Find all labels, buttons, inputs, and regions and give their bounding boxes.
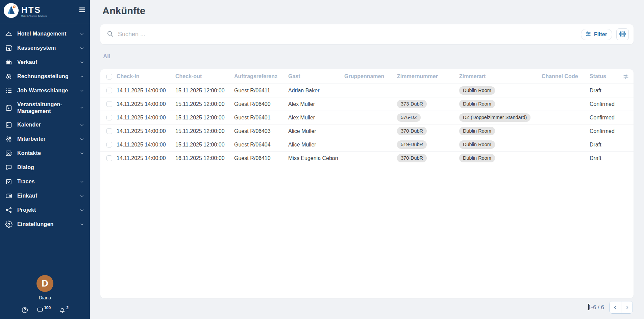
chevron-down-icon xyxy=(79,31,84,37)
table-row[interactable]: 14.11.2025 14:00:00 15.11.2025 12:00:00 … xyxy=(100,124,634,138)
sidebar-item-dialog[interactable]: Dialog xyxy=(0,160,90,175)
hamburger-menu-icon[interactable] xyxy=(78,6,86,15)
next-page-button[interactable] xyxy=(621,301,633,313)
room-number-badge: 519-DubR xyxy=(397,140,427,149)
sidebar-item-einkauf[interactable]: Einkauf xyxy=(0,189,90,203)
column-header-channel-code[interactable]: Channel Code xyxy=(542,73,590,79)
sidebar-item-job-warteschlange[interactable]: Job-Warteschlange xyxy=(0,84,90,98)
cell-room-type: Dublin Room xyxy=(459,154,542,162)
sidebar-item-mitarbeiter[interactable]: Mitarbeiter xyxy=(0,132,90,146)
filter-button-label: Filter xyxy=(594,31,607,38)
cell-check-out: 15.11.2025 12:00:00 xyxy=(175,142,234,148)
room-type-badge: Dublin Room xyxy=(459,127,495,135)
column-header-zimmerart[interactable]: Zimmerart xyxy=(459,73,542,79)
avatar[interactable]: D xyxy=(36,275,53,292)
arrivals-table: Check-in Check-out Auftragsreferenz Gast… xyxy=(100,69,634,298)
room-number-badge: 373-DubR xyxy=(397,100,427,108)
app-logo[interactable]: HTS Hotel & Tourism Solutions xyxy=(3,3,47,20)
column-header-auftragsreferenz[interactable]: Auftragsreferenz xyxy=(234,73,288,79)
search-bar: Filter xyxy=(100,24,634,44)
table-row[interactable]: 14.11.2025 14:00:00 15.11.2025 12:00:00 … xyxy=(100,111,634,124)
cell-status: Confirmed xyxy=(590,101,619,107)
search-icon xyxy=(106,30,114,39)
main-content: Ankünfte Filter All xyxy=(90,0,644,319)
chevron-down-icon xyxy=(79,60,84,65)
table-row[interactable]: 14.11.2025 14:00:00 15.11.2025 12:00:00 … xyxy=(100,97,634,111)
table-row[interactable]: 14.11.2025 14:00:00 15.11.2025 12:00:00 … xyxy=(100,84,634,97)
sidebar-item-einstellungen[interactable]: Einstellungen xyxy=(0,217,90,231)
sidebar-item-kalender[interactable]: Kalender xyxy=(0,118,90,132)
list-settings-button[interactable] xyxy=(616,28,629,40)
chevron-down-icon xyxy=(79,74,84,79)
cell-guest: Adrian Baker xyxy=(288,88,344,94)
calendar-icon xyxy=(5,121,13,129)
chevron-down-icon xyxy=(79,88,84,93)
previous-page-button[interactable] xyxy=(610,301,621,313)
sidebar-item-verkauf[interactable]: Verkauf xyxy=(0,55,90,69)
column-header-status[interactable]: Status xyxy=(590,73,619,79)
cell-guest: Alice Muller xyxy=(288,142,344,148)
cell-room-type: Dublin Room xyxy=(459,127,542,135)
row-checkbox[interactable] xyxy=(106,88,112,93)
cell-reference: Guest R/06401 xyxy=(234,115,288,121)
table-header-row: Check-in Check-out Auftragsreferenz Gast… xyxy=(100,69,634,84)
table-row[interactable]: 14.11.2025 14:00:00 16.11.2025 12:00:00 … xyxy=(100,152,634,165)
sidebar-item-label: Veranstaltungen-Management xyxy=(17,101,75,114)
column-header-zimmernummer[interactable]: Zimmernummer xyxy=(397,73,459,79)
cell-reference: Guest R/06404 xyxy=(234,142,288,148)
cell-check-out: 15.11.2025 12:00:00 xyxy=(175,88,234,94)
cell-check-in: 14.11.2025 14:00:00 xyxy=(117,115,175,121)
contact-card-icon xyxy=(5,150,13,157)
filter-button[interactable]: Filter xyxy=(581,29,612,40)
room-type-badge: Dublin Room xyxy=(459,100,495,108)
row-checkbox[interactable] xyxy=(106,115,112,120)
row-checkbox[interactable] xyxy=(106,101,112,107)
cell-check-out: 16.11.2025 12:00:00 xyxy=(175,155,234,161)
sidebar-item-label: Job-Warteschlange xyxy=(17,87,75,94)
cell-room-number: 576-DZ xyxy=(397,113,459,122)
table-row[interactable]: 14.11.2025 14:00:00 15.11.2025 12:00:00 … xyxy=(100,138,634,152)
search-input[interactable] xyxy=(118,31,577,38)
gear-icon xyxy=(5,221,13,228)
sidebar-item-kassensystem[interactable]: Kassensystem xyxy=(0,41,90,55)
cell-check-in: 14.11.2025 14:00:00 xyxy=(117,88,175,94)
row-checkbox[interactable] xyxy=(106,142,112,147)
cell-check-in: 14.11.2025 14:00:00 xyxy=(117,128,175,134)
cell-reference: Guest R/06403 xyxy=(234,128,288,134)
sidebar-item-hotel-management[interactable]: Hotel Management xyxy=(0,27,90,41)
column-settings-icon[interactable] xyxy=(619,73,634,80)
select-all-checkbox[interactable] xyxy=(106,74,112,79)
list-icon xyxy=(5,87,13,94)
column-header-gruppennamen[interactable]: Gruppennamen xyxy=(344,73,397,79)
sidebar-item-label: Projekt xyxy=(17,207,75,213)
filter-sliders-icon xyxy=(585,31,591,38)
bell-icon[interactable]: 2 xyxy=(59,306,69,314)
cell-status: Draft xyxy=(590,155,619,161)
sidebar-item-label: Kassensystem xyxy=(17,45,75,51)
sidebar-item-label: Traces xyxy=(17,178,75,185)
cell-check-out: 15.11.2025 12:00:00 xyxy=(175,115,234,121)
money-bag-icon xyxy=(5,73,13,80)
tab-all[interactable]: All xyxy=(103,53,110,60)
sidebar-item-projekt[interactable]: Projekt xyxy=(0,203,90,217)
column-header-check-in[interactable]: Check-in xyxy=(117,73,175,79)
column-header-check-out[interactable]: Check-out xyxy=(175,73,234,79)
sidebar-item-veranstaltungen-management[interactable]: Veranstaltungen-Management xyxy=(0,98,90,118)
chevron-down-icon xyxy=(79,193,84,199)
row-checkbox[interactable] xyxy=(106,155,112,161)
help-icon[interactable] xyxy=(21,306,28,314)
sidebar-item-label: Verkauf xyxy=(17,59,75,66)
cell-room-number: 370-DubR xyxy=(397,127,459,135)
people-icon xyxy=(5,135,13,143)
column-header-gast[interactable]: Gast xyxy=(288,73,344,79)
sidebar-item-label: Rechnungsstellung xyxy=(17,73,75,80)
sidebar-menu: Hotel Management Kassensystem Verkauf xyxy=(0,23,90,231)
cell-status: Confirmed xyxy=(590,128,619,134)
sidebar: HTS Hotel & Tourism Solutions Hotel Mana… xyxy=(0,0,90,319)
row-checkbox[interactable] xyxy=(106,128,112,134)
sidebar-item-rechnungsstellung[interactable]: Rechnungsstellung xyxy=(0,69,90,84)
chat-icon[interactable]: 100 xyxy=(36,306,51,314)
sidebar-item-kontakte[interactable]: Kontakte xyxy=(0,146,90,160)
wallet-icon xyxy=(5,192,13,200)
sidebar-item-traces[interactable]: Traces xyxy=(0,175,90,189)
